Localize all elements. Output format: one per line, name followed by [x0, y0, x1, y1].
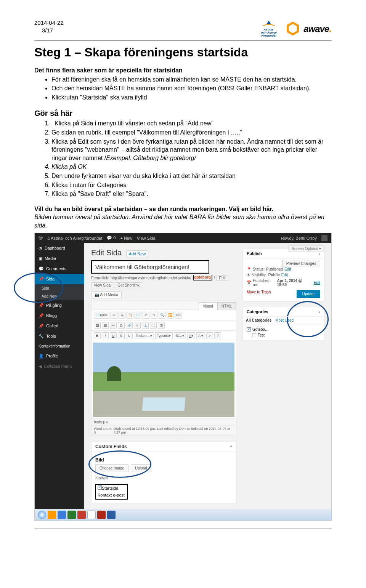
- tb-anchor-icon[interactable]: ⚓: [142, 322, 149, 329]
- taskbar-app-icon[interactable]: [67, 511, 76, 519]
- tb-underline-icon[interactable]: U: [110, 332, 117, 339]
- tb-blocks-icon[interactable]: ◫: [158, 322, 165, 329]
- taskbar-app-icon[interactable]: [48, 511, 56, 519]
- sidebar-kontakt[interactable]: Kontaktinformation: [35, 341, 84, 351]
- wp-comments-icon[interactable]: 💬 0: [107, 236, 116, 240]
- sidebar-media[interactable]: ▣Media: [35, 253, 84, 264]
- tb-table-icon[interactable]: ▦: [102, 322, 109, 329]
- upload-button[interactable]: Upload: [131, 464, 151, 472]
- taskbar-app-icon[interactable]: [77, 511, 86, 519]
- step-item: Klicka i rutan för Categories: [51, 181, 332, 189]
- sidebar-galleri[interactable]: 📌Galleri: [35, 321, 84, 331]
- tb-kalla[interactable]: 📄 Källa: [94, 312, 109, 319]
- svg-marker-1: [288, 23, 298, 34]
- permalink-row: Permalink: http://foreningar.astmaoaller…: [91, 275, 236, 288]
- tb-copy-icon[interactable]: ⎘: [119, 312, 125, 319]
- sidebar-blogg[interactable]: 📌Blogg: [35, 311, 84, 321]
- get-shortlink-button[interactable]: Get Shortlink: [115, 282, 142, 288]
- image-marker-bold: Vill du ha en bild överst på startsidan …: [34, 205, 332, 213]
- tb-unlink-icon[interactable]: ⤫: [134, 322, 141, 329]
- avatar-icon[interactable]: [321, 235, 327, 241]
- visibility-edit-link[interactable]: Edit: [281, 273, 288, 277]
- start-button-icon[interactable]: [38, 511, 46, 519]
- tb-italic-icon[interactable]: I: [102, 332, 109, 339]
- editor-content-image[interactable]: [93, 343, 234, 417]
- sidebar-pagang[interactable]: 📌På gång: [35, 300, 84, 311]
- published-edit-link[interactable]: Edit: [314, 280, 320, 285]
- slug-editable[interactable]: goteborg: [193, 275, 212, 280]
- editor-tab-html[interactable]: HTML: [217, 302, 236, 310]
- wp-view-link[interactable]: View Sida: [137, 236, 156, 240]
- wp-new-link[interactable]: + New: [120, 236, 132, 240]
- tb-textcolor-select[interactable]: A ▾: [187, 332, 195, 339]
- status-edit-link[interactable]: Edit: [284, 267, 291, 271]
- sidebar-addnew-sub[interactable]: Add New: [35, 292, 84, 300]
- taskbar-app-icon[interactable]: [87, 511, 96, 519]
- wp-logo-icon[interactable]: ⓦ: [39, 235, 43, 241]
- wordpress-screenshot: ⓦ ⌂ Astma- och Allergiförbundet 💬 0 + Ne…: [34, 233, 332, 521]
- bullet-item: För att föreningen ska få en hemsida som…: [51, 75, 332, 84]
- tb-cut-icon[interactable]: ✂: [111, 312, 117, 319]
- step-item: Klicka på "Save Draft" eller "Spara".: [51, 190, 332, 198]
- wp-adminbar: ⓦ ⌂ Astma- och Allergiförbundet 💬 0 + Ne…: [35, 233, 331, 243]
- editor-tab-visual[interactable]: Visual: [199, 302, 217, 310]
- move-to-trash-link[interactable]: Move to Trash: [247, 290, 271, 294]
- preview-changes-button[interactable]: Preview Changes: [282, 260, 320, 267]
- windows-taskbar: [35, 509, 331, 521]
- add-media-button[interactable]: 📷 Add Media: [91, 291, 122, 298]
- tb-st-select[interactable]: St… ▾: [174, 332, 186, 339]
- collapse-icon[interactable]: ▲: [318, 252, 321, 255]
- tb-replace-icon[interactable]: 🔁: [167, 312, 173, 319]
- taskbar-app-icon[interactable]: [97, 511, 106, 519]
- tb-char-icon[interactable]: Ω: [118, 322, 125, 329]
- tb-undo-icon[interactable]: ↶: [143, 312, 149, 319]
- tb-remove-format-icon[interactable]: Iₓ: [126, 332, 133, 339]
- tb-hr-icon[interactable]: —: [110, 322, 117, 329]
- sidebar-tools[interactable]: 🔧Tools: [35, 331, 84, 341]
- permalink-edit-button[interactable]: Edit: [217, 275, 228, 281]
- tb-expand-icon[interactable]: ⛶: [150, 322, 157, 329]
- tb-bold-icon[interactable]: B: [94, 332, 101, 339]
- cat-tab-most-used[interactable]: Most Used: [275, 318, 294, 322]
- post-title-input[interactable]: Välkommen till Göteborgsföreningen!: [92, 261, 209, 273]
- sidebar-collapse[interactable]: ◀Collapse menu: [35, 361, 84, 372]
- tb-bgcolor-select[interactable]: A ▾: [196, 332, 205, 339]
- sidebar-sida[interactable]: 📌Sida: [35, 274, 84, 284]
- tb-paste-word-icon[interactable]: 📄: [135, 312, 141, 319]
- tb-maximize-icon[interactable]: ⤢: [206, 332, 213, 339]
- sidebar-profile[interactable]: 👤Profile: [35, 351, 84, 361]
- cat-tab-all[interactable]: All Categories: [246, 318, 271, 322]
- tb-redo-icon[interactable]: ↷: [151, 312, 157, 319]
- collapse-icon[interactable]: ▲: [318, 310, 321, 314]
- pin-icon: 📌: [39, 277, 44, 282]
- sidebar-comments[interactable]: 💬Comments: [35, 264, 84, 274]
- tb-link-icon[interactable]: 🔗: [126, 322, 133, 329]
- taskbar-app-icon[interactable]: [107, 511, 116, 519]
- choose-image-button[interactable]: Choose Image: [95, 464, 128, 472]
- view-sida-button[interactable]: View Sida: [91, 282, 113, 288]
- tb-strike-icon[interactable]: S: [118, 332, 125, 339]
- intro-bullets: För att föreningen ska få en hemsida som…: [51, 75, 332, 102]
- tb-typsnitt-select[interactable]: Typsnitt ▾: [155, 332, 173, 339]
- tb-paste-icon[interactable]: 📋: [127, 312, 133, 319]
- sidebar-sida-sub[interactable]: Sida: [35, 284, 84, 292]
- tb-help-icon[interactable]: ?: [214, 332, 221, 339]
- collapse-icon[interactable]: ▲: [230, 444, 233, 448]
- taskbar-app-icon[interactable]: [58, 511, 66, 519]
- tb-tecken-select[interactable]: Tecken… ▾: [134, 332, 154, 339]
- tb-eraser-icon[interactable]: ⌫: [175, 312, 181, 319]
- startsida-checkbox[interactable]: [98, 485, 102, 490]
- sidebar-dashboard[interactable]: ◔Dashboard: [35, 243, 84, 253]
- update-button[interactable]: Update: [297, 290, 320, 298]
- categories-heading[interactable]: Categories▲: [243, 307, 324, 317]
- publish-heading[interactable]: Publish▲: [243, 249, 324, 258]
- add-new-button[interactable]: Add New: [126, 250, 149, 257]
- category-checkbox[interactable]: [252, 333, 256, 337]
- custom-fields-heading[interactable]: Custom Fields▲: [92, 442, 236, 452]
- wp-home-icon[interactable]: ⌂ Astma- och Allergiförbundet: [47, 236, 102, 240]
- category-checkbox[interactable]: [247, 327, 251, 332]
- step-item: Den undre fyrkanten visar var du ska kli…: [51, 172, 332, 180]
- tb-find-icon[interactable]: 🔍: [159, 312, 165, 319]
- tb-image-icon[interactable]: 🖼: [94, 322, 101, 329]
- wp-howdy[interactable]: Howdy, Bertil Orrby: [281, 236, 317, 240]
